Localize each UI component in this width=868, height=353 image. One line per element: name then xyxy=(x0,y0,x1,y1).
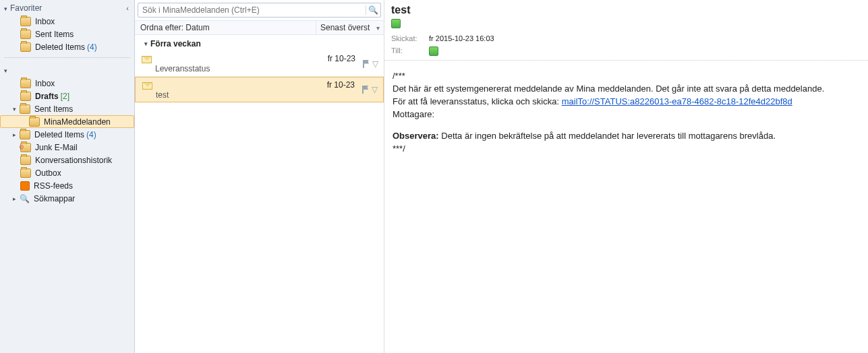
folder-item[interactable]: Konversationshistorik xyxy=(0,154,134,166)
message-subject-line: test xyxy=(156,90,355,100)
sort-bar[interactable]: Ordna efter: Datum Senast överst ▾ xyxy=(135,20,384,35)
folder-icon xyxy=(20,130,30,139)
category-icon[interactable]: ▽ xyxy=(372,59,378,69)
message-date: fr 10-23 xyxy=(327,80,355,90)
search-box[interactable]: 🔍 xyxy=(138,3,381,18)
folder-label: RSS-feeds xyxy=(34,181,73,191)
group-label: Förra veckan xyxy=(150,39,201,49)
folder-label: MinaMeddelanden xyxy=(44,117,111,127)
observe-label: Observera: xyxy=(393,131,439,141)
folder-item[interactable]: RSS-feeds xyxy=(0,179,134,192)
message-date: fr 10-23 xyxy=(328,54,355,63)
minimize-pane-icon[interactable]: ‹ xyxy=(126,4,129,12)
flag-icon[interactable] xyxy=(362,86,369,94)
sort-order[interactable]: Senast överst ▾ xyxy=(316,21,384,34)
folder-item[interactable]: ⊘Junk E-Mail xyxy=(0,141,134,154)
collapse-icon: ▾ xyxy=(4,5,7,12)
body-line: ***/ xyxy=(393,143,860,156)
folder-icon xyxy=(20,30,31,39)
flag-icon[interactable] xyxy=(363,60,370,68)
folder-label: Sökmappar xyxy=(34,194,75,203)
message-summary: fr 10-23test xyxy=(156,80,355,99)
message-subject: test xyxy=(391,4,861,19)
favorites-header[interactable]: ▾Favoriter ‹ xyxy=(0,0,134,15)
search-folder-icon: 🔍 xyxy=(20,194,30,203)
favorite-item[interactable]: Inbox xyxy=(0,15,134,28)
folder-icon xyxy=(20,17,31,26)
category-icon[interactable]: ▽ xyxy=(372,85,378,94)
message-summary: fr 10-23Leveransstatus xyxy=(155,54,355,73)
folder-icon xyxy=(20,42,31,52)
folder-label: Deleted Items xyxy=(34,130,84,139)
folder-label: Konversationshistorik xyxy=(35,156,112,165)
presence-icon xyxy=(391,19,401,28)
observe-text: Detta är ingen bekräftelse på att meddel… xyxy=(439,131,776,141)
search-input[interactable] xyxy=(138,5,366,15)
reading-header: test Skickat: fr 2015-10-23 16:03 Till: xyxy=(384,0,868,61)
search-row: 🔍 xyxy=(135,0,384,20)
presence-icon xyxy=(429,46,438,56)
spacer xyxy=(393,121,860,130)
collapse-icon: ▾ xyxy=(4,67,7,74)
folder-label: Sent Items xyxy=(34,104,73,114)
folder-item[interactable]: ▸🔍Sökmappar xyxy=(0,192,134,205)
body-line: Mottagare: xyxy=(393,108,860,121)
message-body: /*** Det här är ett systemgenererat medd… xyxy=(384,61,868,165)
expand-icon[interactable]: ▾ xyxy=(11,106,18,113)
folder-item[interactable]: Outbox xyxy=(0,166,134,179)
reading-pane: test Skickat: fr 2015-10-23 16:03 Till: … xyxy=(384,0,868,353)
folder-label: Junk E-Mail xyxy=(35,143,78,152)
item-count: [2] xyxy=(61,92,69,101)
favorites-label: Favoriter xyxy=(10,3,42,13)
expand-icon[interactable]: ▸ xyxy=(11,195,18,202)
sent-label: Skickat: xyxy=(391,34,424,42)
folder-item[interactable]: Inbox xyxy=(0,77,134,90)
body-line: /*** xyxy=(393,70,860,83)
expand-icon[interactable]: ▸ xyxy=(11,131,18,138)
body-line: Observera: Detta är ingen bekräftelse på… xyxy=(393,130,860,143)
status-link[interactable]: mailTo://STATUS:a8226013-ea78-4682-8c18-… xyxy=(562,96,792,106)
folder-item[interactable]: ▾Sent Items xyxy=(0,102,134,115)
folder-label: Outbox xyxy=(35,168,61,178)
folder-icon xyxy=(20,104,30,114)
envelope-icon xyxy=(142,54,155,73)
folder-pane: ▾Favoriter ‹ InboxSent ItemsDeleted Item… xyxy=(0,0,135,353)
body-line: Det här är ett systemgenererat meddeland… xyxy=(393,83,860,96)
envelope-icon xyxy=(142,80,156,99)
folder-label: Sent Items xyxy=(35,30,74,39)
favorite-item[interactable]: Sent Items xyxy=(0,28,134,40)
collapse-icon: ▾ xyxy=(144,40,148,47)
folder-label: Deleted Items xyxy=(35,42,85,52)
message-item[interactable]: fr 10-23Leveransstatus▽ xyxy=(135,51,384,77)
chevron-down-icon: ▾ xyxy=(376,24,380,32)
folder-icon xyxy=(20,92,31,101)
account-header[interactable]: ▾ xyxy=(0,62,134,77)
message-list-pane: 🔍 Ordna efter: Datum Senast överst ▾ ▾ F… xyxy=(135,0,384,353)
group-header[interactable]: ▾ Förra veckan xyxy=(135,35,384,51)
favorite-item[interactable]: Deleted Items (4) xyxy=(0,40,134,53)
folder-item[interactable]: MinaMeddelanden xyxy=(0,115,134,128)
folder-icon xyxy=(20,156,31,165)
folder-icon xyxy=(20,168,31,178)
message-subject-line: Leveransstatus xyxy=(155,63,355,73)
item-count: (4) xyxy=(87,42,97,52)
sent-value: fr 2015-10-23 16:03 xyxy=(429,34,494,42)
rss-icon xyxy=(20,181,30,191)
message-item[interactable]: fr 10-23test▽ xyxy=(135,77,384,102)
folder-item[interactable]: ▸Deleted Items (4) xyxy=(0,128,134,141)
sort-field[interactable]: Ordna efter: Datum xyxy=(135,21,316,34)
body-text: För att få leveransstatus, klicka och sk… xyxy=(393,96,562,106)
search-icon[interactable]: 🔍 xyxy=(366,5,380,15)
folder-item[interactable]: Drafts [2] xyxy=(0,90,134,102)
folder-label: Drafts xyxy=(35,92,59,101)
junk-icon: ⊘ xyxy=(20,143,31,152)
folder-icon xyxy=(20,79,31,88)
folder-label: Inbox xyxy=(35,17,55,26)
to-label: Till: xyxy=(391,46,424,56)
item-count: (4) xyxy=(86,130,96,139)
folder-icon xyxy=(29,117,40,127)
separator xyxy=(4,57,130,58)
folder-label: Inbox xyxy=(35,79,55,88)
body-line: För att få leveransstatus, klicka och sk… xyxy=(393,96,860,108)
